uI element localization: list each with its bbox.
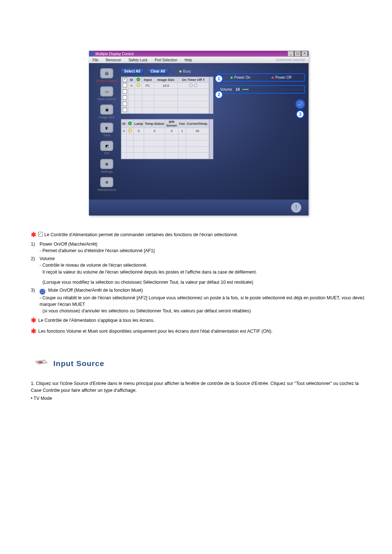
status-header-icon: [136, 78, 140, 81]
power-on-button[interactable]: Power On: [230, 75, 250, 79]
note-2: Les fonctions Volume et Muet sont dispon…: [38, 329, 272, 334]
maximize-button[interactable]: ▢: [294, 51, 301, 57]
table-row: [122, 153, 209, 159]
minimize-button[interactable]: _: [287, 51, 294, 57]
table-row[interactable]: 0 0 0 0 1 49: [122, 128, 209, 134]
item-2-title: Volume: [40, 255, 367, 262]
document-body: ✱ Le Contrôle d'Alimentation permet de c…: [31, 230, 367, 402]
table-row[interactable]: 0 PC 16:9: [122, 83, 209, 89]
star-icon: ✱: [31, 317, 36, 324]
app-footer: !: [89, 200, 309, 216]
checkbox-header[interactable]: [123, 78, 127, 82]
time-icon: ◐: [100, 123, 113, 133]
sidebar-item-image-size[interactable]: ▣ Image Size: [93, 104, 121, 119]
app-screenshot: Multiple Display Control _ ▢ × File Remo…: [89, 51, 309, 216]
busy-indicator: Busy: [179, 69, 191, 73]
item-2-sub2: Il reçoit la valeur du volume de l'écran…: [42, 269, 367, 275]
input-source-icon: ▭: [100, 86, 113, 97]
scrollbar[interactable]: [209, 77, 213, 114]
item-3-title: Mute On/Off (Marche/Arrêt de la fonction…: [48, 288, 143, 293]
image-size-icon: ▣: [100, 104, 113, 115]
svg-rect-0: [39, 361, 42, 363]
input-source-bullet: • TV Mode: [31, 395, 367, 402]
status-led-icon: [136, 83, 140, 87]
item-3-sub1: - Coupe ou rétablit le son de l'écran sé…: [40, 295, 367, 308]
item-1-title: Power On/Off (Marche/Arrêt): [40, 241, 367, 247]
alert-icon[interactable]: !: [291, 202, 301, 213]
item-1-sub: - Permet d'allumer ou d'éteindre l'écran…: [40, 247, 367, 254]
display-status-table: ID Input Image Size On Timer Off T 0: [121, 77, 213, 114]
table-row: [122, 95, 209, 101]
sidebar-item-power-control[interactable]: ⏻ Power Control: [93, 68, 121, 83]
status-header-icon: [128, 122, 132, 125]
menu-remocon[interactable]: Remocon: [102, 58, 125, 62]
clear-all-button[interactable]: Clear All: [147, 68, 168, 74]
volume-label: Volume: [220, 87, 232, 91]
table-row: [122, 134, 209, 140]
pip-icon: ◩: [100, 141, 113, 151]
sidebar-item-input-source[interactable]: ▭ Input Source: [93, 86, 121, 101]
power-icon: ⏻: [100, 68, 113, 78]
row-checkbox[interactable]: [123, 83, 127, 87]
volume-panel: Volume 10: [217, 85, 305, 94]
annotation-3: 3: [296, 110, 304, 118]
intro-text: Le Contrôle d'Alimentation permet de com…: [44, 232, 238, 237]
table-row: [122, 147, 209, 153]
select-all-button[interactable]: Select All: [121, 68, 144, 74]
annotation-2: 2: [215, 91, 223, 99]
maintenance-icon: ⚙: [100, 177, 113, 187]
window-title: Multiple Display Control: [95, 52, 134, 56]
volume-value: 10: [236, 87, 240, 91]
item-2-sub1: - Contrôle le niveau de volume de l'écra…: [40, 262, 367, 268]
item-3-number: 3): [31, 287, 40, 314]
scrollbar[interactable]: [209, 119, 213, 159]
menu-help[interactable]: Help: [181, 58, 196, 62]
section-title: Input Source: [53, 358, 104, 369]
power-panel: Power On Power Off: [217, 73, 305, 82]
menu-bar: File Remocon Safety Lock Port Selection …: [89, 57, 309, 63]
settings-icon: ✿: [100, 159, 113, 169]
menu-port-selection[interactable]: Port Selection: [151, 58, 181, 62]
sidebar-item-time[interactable]: ◐ Time: [93, 123, 121, 137]
svg-rect-2: [43, 361, 44, 362]
window-titlebar: Multiple Display Control _ ▢ ×: [89, 51, 309, 57]
sensor-status-table: ID Lamp Temp.Status B/R Senser Fan Curre…: [121, 119, 213, 159]
power-off-button[interactable]: Power Off: [271, 75, 291, 79]
checkbox-icon: [38, 232, 43, 237]
table-row: [122, 89, 209, 95]
app-icon: [90, 52, 94, 56]
menu-file[interactable]: File: [89, 58, 102, 62]
input-source-section-icon: [34, 358, 48, 369]
input-source-step-1: 1. Cliquez sur l'icône Source d'Entrée d…: [31, 380, 367, 393]
menu-safety-lock[interactable]: Safety Lock: [125, 58, 151, 62]
item-1-number: 1): [31, 241, 40, 254]
item-3-sub2: (si vous choisissez d'annuler les sélect…: [42, 308, 367, 314]
sidebar: ⏻ Power Control ▭ Input Source ▣ Image S…: [93, 68, 121, 195]
table-row: [122, 101, 209, 107]
star-icon: ✱: [31, 231, 36, 238]
annotation-1: 1: [215, 75, 223, 83]
table-row: [122, 140, 209, 147]
mute-icon[interactable]: 🔊: [295, 99, 305, 109]
star-icon: ✱: [31, 328, 36, 335]
mute-inline-icon: 🔊: [40, 289, 45, 295]
close-button[interactable]: ×: [301, 51, 308, 57]
status-led-icon: [128, 129, 132, 132]
section-input-source: Input Source: [34, 358, 367, 369]
volume-slider[interactable]: [242, 89, 302, 90]
brand-label: SAMSUNG DIGITall: [276, 57, 305, 63]
item-2-sub3: (Lorsque vous modifiez la sélection ou c…: [42, 279, 367, 286]
svg-rect-1: [37, 362, 38, 363]
sidebar-item-settings[interactable]: ✿ Settings: [93, 159, 121, 173]
item-2-number: 2): [31, 255, 40, 286]
sidebar-item-pip[interactable]: ◩ PIP: [93, 141, 121, 155]
note-1: Le Contrôle de l'Alimentation s'applique…: [38, 318, 154, 323]
table-row: [122, 107, 209, 114]
sidebar-item-maintenance[interactable]: ⚙ Maintenance: [93, 177, 121, 192]
